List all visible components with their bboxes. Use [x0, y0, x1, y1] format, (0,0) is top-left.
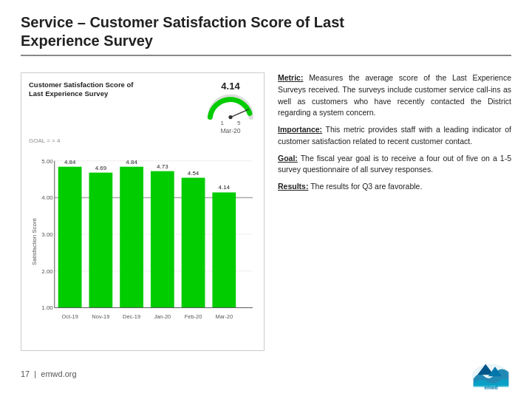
bar-nov19 [89, 173, 112, 308]
page-title: Service – Customer Satisfaction Score of… [21, 13, 511, 50]
importance-label: Importance: [278, 125, 322, 134]
goal-label: GOAL = > 4 [29, 137, 256, 144]
goal-paragraph: Goal: The fiscal year goal is to receive… [278, 153, 511, 177]
svg-text:Oct-19: Oct-19 [61, 313, 78, 320]
svg-text:Feb-20: Feb-20 [185, 313, 202, 320]
svg-text:Dec-19: Dec-19 [123, 313, 140, 320]
svg-line-0 [231, 109, 248, 117]
svg-text:1.00: 1.00 [41, 304, 53, 311]
svg-text:emwd: emwd [484, 385, 497, 390]
bar-jan20 [151, 171, 174, 308]
gauge-area: 4.14 1 5 Mar-20 [205, 81, 256, 134]
footer-separator: | [32, 369, 41, 378]
website-link: emwd.org [41, 369, 76, 378]
footer-text: 17 | emwd.org [21, 369, 77, 378]
gauge-low: 1 [221, 120, 224, 126]
gauge-value: 4.14 [221, 81, 239, 92]
page-number: 17 [21, 369, 30, 378]
svg-text:Jan-20: Jan-20 [154, 313, 171, 320]
svg-text:4.00: 4.00 [41, 194, 53, 201]
metric-paragraph: Metric: Measures the average score of th… [278, 72, 511, 119]
title-line1: Service – Customer Satisfaction Score of… [21, 14, 344, 30]
bar-mar20 [212, 192, 236, 307]
chart-header: Customer Satisfaction Score of Last Expe… [29, 81, 256, 134]
chart-title: Customer Satisfaction Score of Last Expe… [29, 81, 133, 99]
emwd-logo-icon: emwd [471, 357, 511, 390]
svg-text:4.73: 4.73 [157, 163, 168, 170]
importance-paragraph: Importance: This metric provides staff w… [278, 124, 511, 148]
bar-feb20 [182, 178, 205, 308]
chart-container: Customer Satisfaction Score of Last Expe… [21, 72, 265, 351]
svg-text:2.00: 2.00 [41, 268, 53, 275]
gauge-labels: 1 5 [221, 120, 241, 126]
page-container: Service – Customer Satisfaction Score of… [0, 0, 532, 399]
results-body: The results for Q3 are favorable. [308, 182, 422, 191]
results-label: Results: [278, 182, 308, 191]
goal-body: The fiscal year goal is to receive a fou… [278, 154, 511, 174]
svg-text:4.84: 4.84 [64, 159, 76, 166]
svg-text:4.69: 4.69 [95, 165, 107, 171]
svg-text:5.00: 5.00 [41, 158, 53, 165]
svg-text:Satisfaction Score: Satisfaction Score [31, 217, 38, 265]
svg-text:Nov-19: Nov-19 [92, 313, 109, 320]
footer: 17 | emwd.org emwd [21, 357, 511, 390]
svg-text:3.00: 3.00 [41, 231, 53, 238]
header-section: Service – Customer Satisfaction Score of… [21, 13, 511, 65]
svg-point-1 [228, 115, 232, 119]
metric-label: Metric: [278, 73, 303, 82]
metric-body: Measures the average score of the Last E… [278, 73, 511, 117]
bar-dec19 [120, 167, 143, 308]
bar-chart: Satisfaction Score 5.00 4.00 3.00 2.00 1… [29, 146, 256, 338]
title-divider [21, 55, 511, 56]
svg-text:4.54: 4.54 [188, 170, 200, 177]
title-line2: Experience Survey [21, 33, 153, 49]
svg-text:4.84: 4.84 [126, 159, 137, 166]
gauge-icon [205, 92, 256, 120]
bar-oct19 [58, 167, 82, 308]
content-row: Customer Satisfaction Score of Last Expe… [21, 72, 511, 351]
chart-title-line1: Customer Satisfaction Score of [29, 81, 133, 89]
chart-title-line2: Last Experience Survey [29, 89, 108, 98]
goal-label-text: Goal: [278, 154, 298, 163]
svg-text:4.14: 4.14 [219, 184, 231, 191]
gauge-high: 5 [237, 120, 240, 126]
text-content: Metric: Measures the average score of th… [278, 72, 511, 351]
emwd-logo: emwd [471, 357, 511, 390]
results-paragraph: Results: The results for Q3 are favorabl… [278, 181, 511, 193]
gauge-date: Mar-20 [221, 127, 241, 134]
svg-text:Mar-20: Mar-20 [216, 313, 233, 320]
